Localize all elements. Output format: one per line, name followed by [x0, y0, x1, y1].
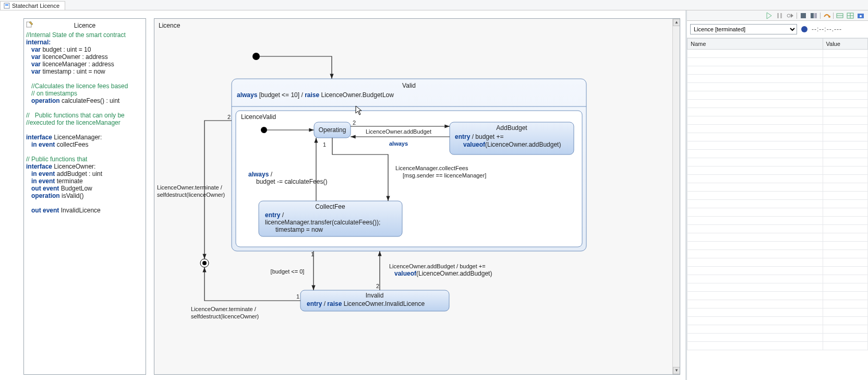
table-row[interactable] — [688, 66, 868, 75]
snapshot-icon[interactable] — [857, 11, 865, 20]
svg-point-55 — [860, 15, 862, 17]
svg-text:[msg.sender == licenceManager]: [msg.sender == licenceManager] — [403, 172, 486, 179]
export-icon[interactable] — [823, 11, 831, 20]
table-row[interactable] — [688, 125, 868, 133]
final-state — [200, 259, 209, 267]
diagram-title: Licence — [159, 22, 180, 29]
collapse-icon[interactable] — [836, 11, 844, 20]
scroll-down-icon[interactable]: ▼ — [673, 367, 680, 374]
table-row[interactable] — [688, 317, 868, 325]
scroll-up-icon[interactable]: ▲ — [673, 19, 680, 26]
table-row[interactable] — [688, 342, 868, 350]
svg-text:valueof(LicenceOwner.addBudget: valueof(LicenceOwner.addBudget) — [394, 270, 492, 277]
vertical-scrollbar[interactable]: ▲ ▼ — [672, 19, 680, 374]
table-row[interactable] — [688, 133, 868, 141]
step-icon[interactable] — [786, 11, 794, 20]
clock-value: --:--:--.--- — [812, 26, 842, 33]
table-row[interactable] — [688, 300, 868, 308]
svg-text:1: 1 — [311, 251, 314, 257]
table-row[interactable] — [688, 258, 868, 267]
statechart-file-icon — [4, 3, 10, 9]
svg-text:always /: always / — [248, 171, 273, 178]
clock-status-icon — [801, 26, 807, 32]
table-row[interactable] — [688, 150, 868, 158]
svg-text:AddBudget: AddBudget — [496, 124, 527, 132]
state-valid: Valid always [budget <= 10] / raise Lice… — [232, 79, 586, 251]
diagram-canvas[interactable]: Licence ▲ ▼ — [154, 18, 680, 375]
svg-text:always [budget <= 10] / raise : always [budget <= 10] / raise LicenceOwn… — [237, 91, 394, 99]
expand-icon[interactable] — [846, 11, 854, 20]
table-row[interactable] — [688, 292, 868, 300]
variables-table[interactable]: Name Value — [687, 38, 868, 380]
table-row[interactable] — [688, 233, 868, 242]
tab-statechart-licence[interactable]: Statechart Licence — [0, 1, 65, 10]
table-row[interactable] — [688, 108, 868, 116]
pause-icon[interactable] — [776, 11, 784, 20]
table-row[interactable] — [688, 217, 868, 225]
svg-text:2: 2 — [227, 114, 231, 120]
svg-text:[budget <= 0]: [budget <= 0] — [271, 268, 305, 275]
svg-text:entry / raise LicenceOwner.Inv: entry / raise LicenceOwner.InvalidLicenc… — [307, 300, 425, 307]
table-row[interactable] — [688, 200, 868, 208]
table-row[interactable] — [688, 308, 868, 317]
table-row[interactable] — [688, 116, 868, 125]
toolbar-separator — [833, 13, 834, 19]
toolbar-separator — [820, 13, 821, 19]
svg-text:always: always — [389, 140, 408, 147]
table-row[interactable] — [688, 83, 868, 91]
table-row[interactable] — [688, 91, 868, 100]
table-row[interactable] — [688, 242, 868, 250]
state-invalid: Invalid entry / raise LicenceOwner.Inval… — [300, 290, 449, 311]
initial-pseudo-outer — [252, 53, 260, 60]
svg-text:Invalid: Invalid — [366, 292, 384, 299]
reset-icon[interactable] — [810, 11, 818, 20]
svg-text:Valid: Valid — [402, 82, 416, 89]
table-row[interactable] — [688, 183, 868, 192]
svg-rect-46 — [811, 13, 814, 18]
svg-text:LicenceOwner.addBudget: LicenceOwner.addBudget — [366, 128, 431, 135]
table-row[interactable] — [688, 225, 868, 233]
svg-text:valueof(LicenceOwner.addBudget: valueof(LicenceOwner.addBudget) — [463, 141, 561, 148]
table-row[interactable] — [688, 208, 868, 217]
table-row[interactable] — [688, 267, 868, 275]
definition-section[interactable]: Licence //Internal State of the smart co… — [23, 18, 146, 375]
svg-text:LicenceOwner.terminate /selfde: LicenceOwner.terminate /selfdestruct(lic… — [191, 306, 259, 319]
svg-point-44 — [787, 14, 790, 17]
col-name[interactable]: Name — [688, 39, 823, 50]
table-row[interactable] — [688, 175, 868, 183]
simulation-toolbar — [687, 10, 868, 21]
definition-code[interactable]: //Internal State of the smart contract i… — [26, 31, 143, 214]
svg-point-48 — [828, 16, 830, 18]
table-row[interactable] — [688, 75, 868, 83]
toolbar-separator — [797, 13, 797, 19]
table-row[interactable] — [688, 100, 868, 108]
instance-selector[interactable]: Licence [terminated] — [690, 24, 797, 34]
table-row[interactable] — [688, 167, 868, 175]
table-row[interactable] — [688, 192, 868, 200]
state-operating: Operating — [314, 122, 351, 138]
svg-text:1: 1 — [296, 293, 299, 300]
table-row[interactable] — [688, 158, 868, 167]
table-row[interactable] — [688, 325, 868, 334]
table-row[interactable] — [688, 141, 868, 150]
table-row[interactable] — [688, 250, 868, 258]
svg-text:Operating: Operating — [319, 126, 346, 134]
svg-text:CollectFee: CollectFee — [315, 203, 345, 210]
table-row[interactable] — [688, 58, 868, 66]
svg-text:entry / budget +=: entry / budget += — [455, 133, 503, 140]
instance-select[interactable]: Licence [terminated] — [690, 24, 797, 34]
svg-text:LicenceValid: LicenceValid — [241, 113, 276, 121]
table-row[interactable] — [688, 283, 868, 292]
main: Licence //Internal State of the smart co… — [0, 10, 868, 380]
instance-selector-row: Licence [terminated] --:--:--.--- — [687, 21, 868, 38]
svg-rect-47 — [814, 13, 817, 18]
stop-icon[interactable] — [799, 11, 807, 20]
table-row[interactable] — [688, 275, 868, 283]
table-row[interactable] — [688, 334, 868, 342]
svg-text:1: 1 — [323, 141, 326, 148]
edit-icon — [26, 21, 33, 28]
table-row[interactable] — [688, 50, 868, 58]
svg-rect-43 — [780, 13, 782, 18]
col-value[interactable]: Value — [823, 39, 868, 50]
play-icon[interactable] — [765, 11, 774, 20]
